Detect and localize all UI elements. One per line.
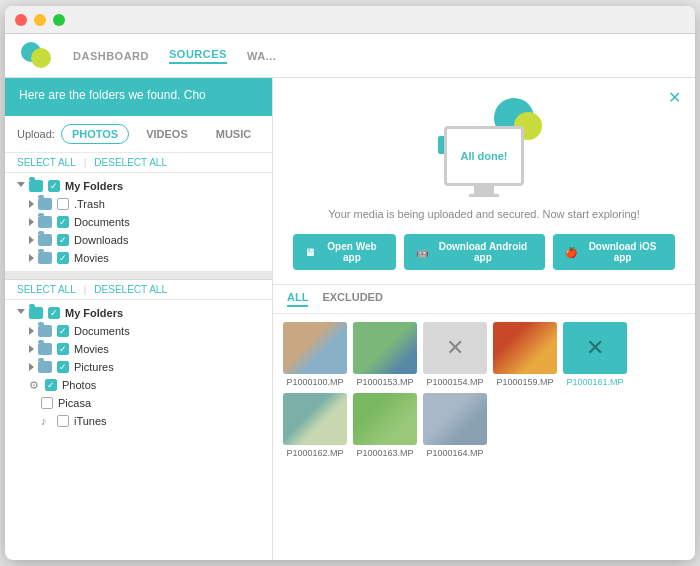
checkbox-documents-bottom[interactable]: ✓ bbox=[57, 325, 69, 337]
minimize-button[interactable] bbox=[34, 14, 46, 26]
folder-root-top[interactable]: ✓ My Folders bbox=[5, 177, 272, 195]
title-bar bbox=[5, 6, 695, 34]
list-item[interactable]: ✕ P1000154.MP bbox=[423, 322, 487, 387]
maximize-button[interactable] bbox=[53, 14, 65, 26]
folder-name-picasa: Picasa bbox=[58, 397, 91, 409]
folder-itunes[interactable]: ♪ iTunes bbox=[5, 412, 272, 430]
folder-icon bbox=[29, 307, 43, 319]
thumbnail-image bbox=[353, 393, 417, 445]
triangle-icon bbox=[29, 218, 34, 226]
thumb-tabs: ALL EXCLUDED bbox=[273, 285, 695, 314]
checkbox-downloads[interactable]: ✓ bbox=[57, 234, 69, 246]
folder-icon bbox=[29, 180, 43, 192]
folder-icon bbox=[38, 234, 52, 246]
deselect-all-top[interactable]: DESELECT ALL bbox=[94, 157, 167, 168]
checkbox-itunes[interactable] bbox=[57, 415, 69, 427]
tab-excluded[interactable]: EXCLUDED bbox=[322, 291, 383, 307]
thumbnails-section: ALL EXCLUDED P1000100.MP P1000153.MP bbox=[273, 285, 695, 560]
select-all-bottom[interactable]: SELECT ALL bbox=[17, 284, 76, 295]
folder-icon bbox=[38, 216, 52, 228]
folder-name-documents: Documents bbox=[74, 216, 130, 228]
folder-icon bbox=[38, 361, 52, 373]
folder-documents-bottom[interactable]: ✓ Documents bbox=[5, 322, 272, 340]
monitor-base bbox=[469, 194, 499, 197]
open-web-app-button[interactable]: 🖥 Open Web app bbox=[293, 234, 396, 270]
monitor-icon: 🖥 bbox=[305, 247, 315, 258]
thumbnail-image bbox=[423, 393, 487, 445]
monitor-stand bbox=[474, 186, 494, 194]
checkbox-trash[interactable] bbox=[57, 198, 69, 210]
folder-name-trash: .Trash bbox=[74, 198, 105, 210]
checkbox-root-bottom[interactable]: ✓ bbox=[48, 307, 60, 319]
music-icon: ♪ bbox=[41, 415, 53, 427]
thumbnail-label: P1000161.MP bbox=[566, 377, 623, 387]
list-item[interactable]: P1000162.MP bbox=[283, 393, 347, 458]
right-panel: ✕ All done! Your media is being uploaded… bbox=[273, 78, 695, 560]
checkbox-root[interactable]: ✓ bbox=[48, 180, 60, 192]
apple-icon: 🍎 bbox=[565, 247, 577, 258]
nav-item-wa[interactable]: WA... bbox=[247, 50, 276, 62]
folder-name-itunes: iTunes bbox=[74, 415, 107, 427]
folder-downloads[interactable]: ✓ Downloads bbox=[5, 231, 272, 249]
list-item[interactable]: P1000153.MP bbox=[353, 322, 417, 387]
tab-music[interactable]: MUSIC bbox=[205, 124, 262, 144]
checkbox-movies-top[interactable]: ✓ bbox=[57, 252, 69, 264]
illustration: All done! bbox=[424, 98, 544, 198]
list-item[interactable]: P1000100.MP bbox=[283, 322, 347, 387]
all-done-section: All done! Your media is being uploaded a… bbox=[273, 78, 695, 285]
nav-item-dashboard[interactable]: DASHBOARD bbox=[73, 50, 149, 62]
checkbox-movies-bottom[interactable]: ✓ bbox=[57, 343, 69, 355]
select-actions-bottom: SELECT ALL | DESELECT ALL bbox=[5, 280, 272, 300]
folder-movies-bottom[interactable]: ✓ Movies bbox=[5, 340, 272, 358]
all-done-title: All done! bbox=[460, 150, 507, 162]
deselect-all-bottom[interactable]: DESELECT ALL bbox=[94, 284, 167, 295]
folder-trash[interactable]: .Trash bbox=[5, 195, 272, 213]
folder-tree-top: ✓ My Folders .Trash ✓ bbox=[5, 173, 272, 271]
folder-name-pictures: Pictures bbox=[74, 361, 114, 373]
list-item[interactable]: P1000164.MP bbox=[423, 393, 487, 458]
header-banner: Here are the folders we found. Cho bbox=[5, 78, 272, 116]
folder-pictures[interactable]: ✓ Pictures bbox=[5, 358, 272, 376]
tab-videos[interactable]: VIDEOS bbox=[135, 124, 199, 144]
triangle-icon bbox=[29, 345, 34, 353]
list-item[interactable]: ✕ P1000161.MP bbox=[563, 322, 627, 387]
folder-name-movies-bottom: Movies bbox=[74, 343, 109, 355]
triangle-icon bbox=[29, 200, 34, 208]
upload-label: Upload: bbox=[17, 128, 55, 140]
upload-tabs: Upload: PHOTOS VIDEOS MUSIC bbox=[5, 116, 272, 153]
folder-icon bbox=[38, 343, 52, 355]
folder-picasa[interactable]: Picasa bbox=[5, 394, 272, 412]
folder-tree-bottom: ✓ My Folders ✓ Documents ✓ bbox=[5, 300, 272, 434]
select-all-top[interactable]: SELECT ALL bbox=[17, 157, 76, 168]
folder-root-bottom[interactable]: ✓ My Folders bbox=[5, 304, 272, 322]
thumb-grid: P1000100.MP P1000153.MP ✕ P1000154.MP bbox=[273, 314, 695, 466]
thumbnail-label: P1000163.MP bbox=[356, 448, 413, 458]
folder-icon bbox=[38, 325, 52, 337]
main-window: DASHBOARD SOURCES WA... Here are the fol… bbox=[5, 6, 695, 560]
list-item[interactable]: P1000163.MP bbox=[353, 393, 417, 458]
folder-photos[interactable]: ⚙ ✓ Photos bbox=[5, 376, 272, 394]
download-ios-button[interactable]: 🍎 Download iOS app bbox=[553, 234, 675, 270]
tab-photos[interactable]: PHOTOS bbox=[61, 124, 129, 144]
checkbox-photos[interactable]: ✓ bbox=[45, 379, 57, 391]
folder-name-movies-top: Movies bbox=[74, 252, 109, 264]
checkbox-documents[interactable]: ✓ bbox=[57, 216, 69, 228]
close-icon[interactable]: ✕ bbox=[668, 88, 681, 107]
thumbnail-image: ✕ bbox=[423, 322, 487, 374]
left-panel: Here are the folders we found. Cho Uploa… bbox=[5, 78, 273, 560]
close-button[interactable] bbox=[15, 14, 27, 26]
thumbnail-image bbox=[283, 393, 347, 445]
folder-documents-top[interactable]: ✓ Documents bbox=[5, 213, 272, 231]
folder-name-downloads: Downloads bbox=[74, 234, 128, 246]
download-android-button[interactable]: 🤖 Download Android app bbox=[404, 234, 545, 270]
thumbnail-image bbox=[283, 322, 347, 374]
folder-name-documents-bottom: Documents bbox=[74, 325, 130, 337]
folder-name-root-bottom: My Folders bbox=[65, 307, 123, 319]
checkbox-picasa[interactable] bbox=[41, 397, 53, 409]
checkbox-pictures[interactable]: ✓ bbox=[57, 361, 69, 373]
folder-movies-top[interactable]: ✓ Movies bbox=[5, 249, 272, 267]
list-item[interactable]: P1000159.MP bbox=[493, 322, 557, 387]
tab-all[interactable]: ALL bbox=[287, 291, 308, 307]
nav-item-sources[interactable]: SOURCES bbox=[169, 48, 227, 64]
nav-bar: DASHBOARD SOURCES WA... bbox=[5, 34, 695, 78]
